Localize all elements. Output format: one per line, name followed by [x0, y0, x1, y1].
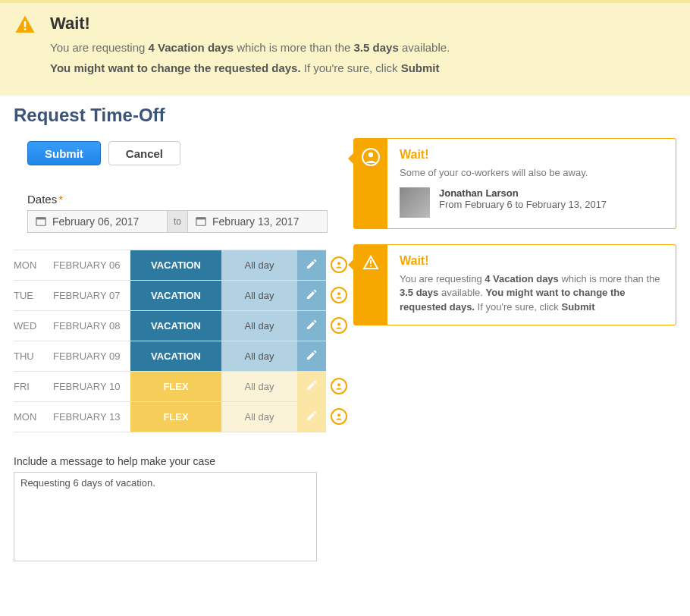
calendar-icon — [36, 216, 46, 227]
cell-type[interactable]: VACATION — [130, 250, 221, 280]
cancel-button[interactable]: Cancel — [108, 141, 180, 165]
row-indicator[interactable] — [331, 280, 347, 310]
callout-title: Wait! — [400, 254, 663, 268]
svg-point-11 — [337, 383, 340, 386]
row-indicator[interactable] — [331, 250, 347, 280]
cell-duration[interactable]: All day — [221, 311, 297, 341]
cell-type[interactable]: VACATION — [130, 311, 221, 341]
pencil-icon — [306, 349, 318, 363]
pencil-icon — [306, 319, 318, 333]
row-indicator-column — [331, 250, 347, 432]
banner-line-1: You are requesting 4 Vacation days which… — [50, 41, 676, 54]
callout-overdraw: Wait! You are requesting 4 Vacation days… — [353, 244, 676, 325]
cell-date: FEBRUARY 07 — [53, 281, 130, 310]
cell-dow: TUE — [14, 281, 53, 310]
cell-type[interactable]: FLEX — [130, 402, 221, 432]
cell-date: FEBRUARY 09 — [53, 341, 130, 371]
svg-point-12 — [337, 413, 340, 416]
edit-button[interactable] — [297, 250, 326, 280]
calendar-icon — [196, 216, 206, 227]
banner-content: Wait! You are requesting 4 Vacation days… — [50, 14, 676, 82]
date-to-value: February 13, 2017 — [212, 215, 299, 228]
row-indicator[interactable] — [331, 401, 347, 432]
banner-bold: You might want to change the requested d… — [50, 61, 301, 74]
pencil-icon — [306, 379, 318, 394]
cell-dow: FRI — [14, 372, 53, 401]
warning-triangle-icon — [14, 14, 36, 39]
top-warning-banner: Wait! You are requesting 4 Vacation days… — [0, 0, 690, 96]
person-icon — [331, 287, 347, 303]
callout-text: which is more than the — [559, 273, 660, 284]
dates-label: Dates* — [27, 193, 341, 206]
cell-dow: MON — [14, 250, 53, 280]
svg-rect-5 — [196, 218, 205, 220]
cell-dow: MON — [14, 402, 53, 432]
row-indicator[interactable] — [331, 310, 347, 341]
banner-text: You are requesting — [50, 41, 149, 54]
days-table: MONFEBRUARY 06VACATIONAll dayTUEFEBRUARY… — [14, 250, 326, 432]
cell-type[interactable]: FLEX — [130, 372, 221, 401]
cell-date: FEBRUARY 10 — [53, 372, 130, 401]
callout-bold: 3.5 days — [400, 287, 438, 298]
coworker-row: Jonathan Larson From February 6 to Febru… — [400, 187, 663, 218]
cell-date: FEBRUARY 08 — [53, 311, 130, 341]
date-from-value: February 06, 2017 — [52, 215, 139, 228]
svg-rect-0 — [24, 21, 27, 27]
callout-stripe — [354, 139, 387, 228]
person-icon — [331, 317, 347, 334]
table-row: MONFEBRUARY 13FLEXAll day — [14, 402, 326, 432]
cell-date: FEBRUARY 06 — [53, 250, 130, 280]
svg-rect-3 — [36, 218, 45, 220]
callout-coworkers: Wait! Some of your co-workers will also … — [353, 138, 676, 229]
person-icon — [331, 408, 347, 425]
row-indicator[interactable] — [331, 341, 347, 371]
banner-line-2: You might want to change the requested d… — [50, 61, 676, 74]
cell-duration[interactable]: All day — [221, 250, 297, 280]
coworker-range: From February 6 to February 13, 2017 — [439, 199, 607, 210]
cell-duration[interactable]: All day — [221, 372, 297, 401]
submit-button[interactable]: Submit — [27, 141, 101, 165]
table-row: THUFEBRUARY 09VACATIONAll day — [14, 341, 326, 372]
callout-text: You are requesting — [400, 273, 485, 284]
cell-type[interactable]: VACATION — [130, 281, 221, 310]
date-from-input[interactable]: February 06, 2017 — [27, 210, 168, 233]
date-to-input[interactable]: February 13, 2017 — [187, 210, 328, 233]
edit-button[interactable] — [297, 372, 326, 401]
pencil-icon — [306, 410, 318, 424]
required-asterisk: * — [58, 193, 63, 206]
callout-title: Wait! — [400, 148, 663, 162]
cell-duration[interactable]: All day — [221, 341, 297, 371]
edit-button[interactable] — [297, 311, 326, 341]
table-row: MONFEBRUARY 06VACATIONAll day — [14, 250, 326, 281]
svg-point-7 — [337, 292, 340, 295]
callout-text: If you're sure, click — [475, 301, 561, 313]
coworker-name: Jonathan Larson — [439, 187, 607, 199]
message-textarea[interactable]: Requesting 6 days of vacation. — [14, 472, 317, 561]
message-label: Include a message to help make your case — [14, 455, 341, 467]
cell-dow: WED — [14, 311, 53, 341]
edit-button[interactable] — [297, 341, 326, 371]
banner-bold: 3.5 days — [354, 41, 399, 54]
callout-stripe — [354, 245, 387, 325]
cell-dow: THU — [14, 341, 53, 371]
cell-date: FEBRUARY 13 — [53, 402, 130, 432]
cell-duration[interactable]: All day — [221, 402, 297, 432]
banner-bold: Submit — [401, 61, 440, 74]
cell-type[interactable]: VACATION — [130, 341, 221, 371]
date-range-row: February 06, 2017 to February 13, 2017 — [27, 210, 341, 233]
cell-duration[interactable]: All day — [221, 281, 297, 310]
svg-point-8 — [337, 322, 340, 325]
svg-rect-1 — [24, 28, 27, 30]
svg-rect-15 — [370, 260, 372, 264]
pencil-icon — [306, 258, 318, 272]
dates-label-text: Dates — [27, 193, 57, 206]
edit-button[interactable] — [297, 281, 326, 310]
banner-title: Wait! — [50, 14, 676, 33]
table-row: TUEFEBRUARY 07VACATIONAll day — [14, 281, 326, 311]
callout-body: You are requesting 4 Vacation days which… — [400, 272, 663, 314]
pencil-icon — [306, 288, 318, 303]
edit-button[interactable] — [297, 402, 326, 432]
svg-point-6 — [337, 262, 340, 265]
row-indicator[interactable] — [331, 371, 347, 401]
svg-rect-16 — [370, 266, 372, 267]
